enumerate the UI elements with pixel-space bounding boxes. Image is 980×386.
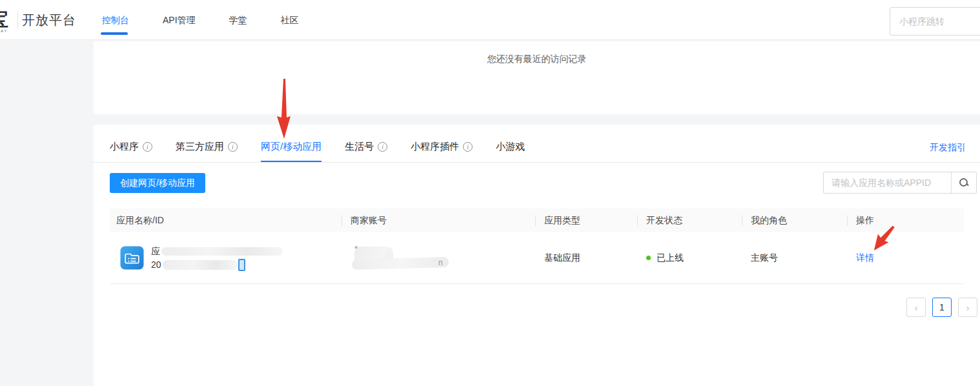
chevron-left-icon: ‹ — [915, 302, 918, 313]
logo-subtext: AY — [1, 29, 8, 33]
alipay-logo-fragment: 宝 AY — [0, 8, 12, 35]
actions-cell: 详情 — [848, 252, 964, 264]
app-name-line: 应 — [151, 245, 283, 258]
col-header-actions: 操作 — [848, 215, 964, 227]
tab-label: 第三方应用 — [176, 141, 224, 153]
redaction-blob — [352, 257, 449, 270]
selection-highlight — [238, 259, 245, 271]
merchant-tail-fragment: n — [438, 258, 443, 267]
app-name-cell: 应 20 — [110, 245, 342, 272]
logo-divider — [17, 12, 18, 28]
page: 宝 AY 开放平台 控制台 API管理 学堂 社区 您还没有最近的访问记录 小程… — [0, 0, 980, 386]
nav-item-school[interactable]: 学堂 — [229, 0, 247, 40]
pagination: ‹ 1 › — [906, 298, 977, 317]
app-id-line: 20 — [151, 258, 283, 272]
page-title: 开放平台 — [22, 12, 76, 29]
top-navigation: 控制台 API管理 学堂 社区 — [102, 0, 332, 40]
top-header-bar: 宝 AY 开放平台 控制台 API管理 学堂 社区 — [0, 0, 980, 40]
pagination-page-1[interactable]: 1 — [932, 298, 952, 317]
app-type-cell: 基础应用 — [536, 252, 638, 264]
nav-item-console[interactable]: 控制台 — [102, 0, 129, 40]
tab-label: 网页/移动应用 — [261, 141, 322, 153]
col-header-app-type: 应用类型 — [536, 215, 638, 227]
redacted-merchant-account: * n — [351, 245, 467, 271]
search-icon — [959, 178, 969, 188]
status-wrap: 已上线 — [646, 252, 742, 264]
nav-item-api[interactable]: API管理 — [163, 0, 196, 40]
tab-third-party-app[interactable]: 第三方应用 i — [176, 141, 238, 154]
dev-guide-link[interactable]: 开发指引 — [930, 142, 966, 154]
app-id-visible-fragment: 20 — [151, 259, 161, 270]
status-online-dot — [646, 256, 651, 260]
recent-visits-empty-text: 您还没有最近的访问记录 — [94, 54, 980, 65]
table-header-row: 应用名称/ID 商家账号 应用类型 开发状态 我的角色 操作 — [110, 208, 964, 232]
app-type-tabs: 小程序 i 第三方应用 i 网页/移动应用 生活号 i 小程序插件 i 小游戏 — [94, 125, 980, 163]
chevron-right-icon: › — [966, 302, 970, 313]
redacted-app-id — [163, 260, 238, 270]
nav-item-community[interactable]: 社区 — [281, 0, 299, 40]
status-text: 已上线 — [657, 252, 684, 264]
col-header-my-role: 我的角色 — [742, 215, 848, 227]
tab-label: 生活号 — [345, 141, 374, 153]
tab-minigame[interactable]: 小游戏 — [496, 141, 525, 154]
info-icon[interactable]: i — [228, 142, 238, 152]
app-list-card: 小程序 i 第三方应用 i 网页/移动应用 生活号 i 小程序插件 i 小游戏 … — [94, 125, 980, 386]
app-name-visible-fragment: 应 — [151, 246, 160, 256]
detail-link[interactable]: 详情 — [856, 252, 874, 263]
info-icon[interactable]: i — [378, 142, 387, 152]
redacted-app-name — [161, 247, 283, 256]
create-web-mobile-app-button[interactable]: 创建网页/移动应用 — [110, 173, 205, 193]
search-button[interactable] — [951, 172, 976, 193]
app-table: 应用名称/ID 商家账号 应用类型 开发状态 我的角色 操作 — [110, 208, 964, 284]
pagination-prev-button[interactable]: ‹ — [906, 298, 926, 317]
app-search-box — [823, 172, 977, 194]
merchant-account-cell: * n — [342, 245, 536, 271]
col-header-app-name-id: 应用名称/ID — [110, 215, 342, 227]
info-icon[interactable]: i — [463, 142, 473, 152]
col-header-dev-status: 开发状态 — [638, 215, 742, 227]
miniapp-jump-input[interactable] — [890, 7, 980, 36]
pagination-next-button[interactable]: › — [958, 298, 977, 317]
app-search-input[interactable] — [824, 172, 951, 193]
app-name-id-block: 应 20 — [151, 245, 283, 272]
table-row: 应 20 * n 基础应用 — [110, 232, 964, 284]
tab-label: 小程序插件 — [411, 141, 459, 153]
tab-miniapp[interactable]: 小程序 i — [110, 141, 152, 154]
tab-web-mobile-app[interactable]: 网页/移动应用 — [261, 141, 322, 154]
info-icon[interactable]: i — [143, 142, 152, 152]
tab-life-account[interactable]: 生活号 i — [345, 141, 387, 154]
recent-visits-card: 您还没有最近的访问记录 — [94, 41, 980, 114]
col-header-merchant-account: 商家账号 — [342, 215, 536, 227]
my-role-cell: 主账号 — [742, 252, 848, 264]
tab-label: 小游戏 — [496, 141, 525, 153]
dev-status-cell: 已上线 — [638, 252, 742, 264]
app-icon — [120, 246, 144, 270]
tab-miniapp-plugin[interactable]: 小程序插件 i — [411, 141, 473, 154]
tab-label: 小程序 — [110, 141, 139, 153]
